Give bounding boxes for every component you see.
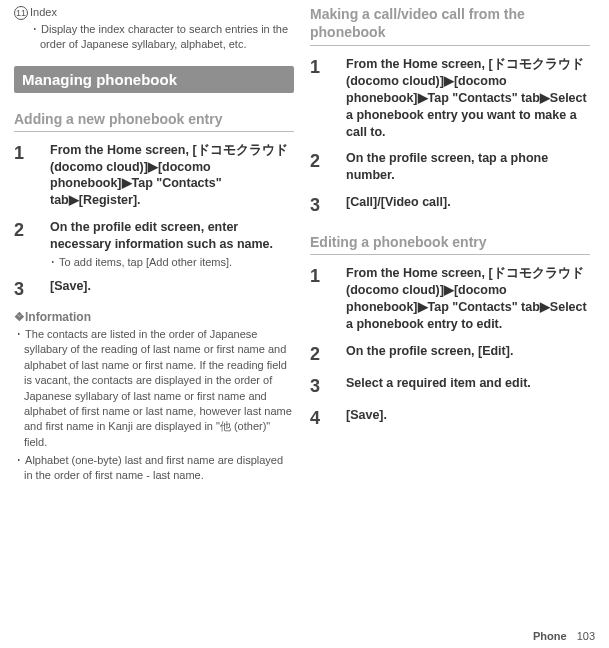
step-body: From the Home screen, [ドコモクラウド (docomo c…	[346, 265, 590, 333]
subheading-making-call: Making a call/video call from the phoneb…	[310, 6, 590, 46]
step-number: 3	[14, 278, 50, 300]
footer-section-label: Phone	[533, 630, 567, 642]
info-bullet: ･ Alphabet (one-byte) last and first nam…	[14, 453, 294, 484]
step-number: 1	[310, 265, 346, 333]
step-number: 3	[310, 375, 346, 397]
index-description: ･ Display the index character to search …	[14, 22, 294, 52]
step-body: On the profile screen, tap a phone numbe…	[346, 150, 590, 184]
step-number: 2	[310, 343, 346, 365]
page-footer: Phone103	[533, 630, 595, 642]
step-body: Select a required item and edit.	[346, 375, 531, 397]
step-body: From the Home screen, [ドコモクラウド (docomo c…	[346, 56, 590, 140]
step-body: On the profile edit screen, enter necess…	[50, 219, 294, 253]
circled-number-icon: 11	[14, 6, 28, 20]
information-heading: ❖Information	[14, 310, 294, 324]
page-number: 103	[577, 630, 595, 642]
step-number: 2	[14, 219, 50, 268]
step-body: [Save].	[346, 407, 387, 429]
index-heading: 11Index	[14, 6, 294, 20]
step-number: 1	[310, 56, 346, 140]
subheading-editing: Editing a phonebook entry	[310, 226, 590, 255]
info-bullet: ･ The contacts are listed in the order o…	[14, 327, 294, 450]
step-number: 3	[310, 194, 346, 216]
step-number: 1	[14, 142, 50, 210]
step-number: 4	[310, 407, 346, 429]
subheading-adding: Adding a new phonebook entry	[14, 103, 294, 132]
section-heading-managing: Managing phonebook	[14, 66, 294, 93]
step-sub-bullet: ･ To add items, tap [Add other items].	[50, 256, 294, 268]
step-body: [Call]/[Video call].	[346, 194, 451, 216]
step-body: On the profile screen, [Edit].	[346, 343, 513, 365]
step-number: 2	[310, 150, 346, 184]
step-body: [Save].	[50, 278, 91, 300]
index-label: Index	[30, 6, 57, 18]
step-body: From the Home screen, [ドコモクラウド (docomo c…	[50, 142, 294, 210]
